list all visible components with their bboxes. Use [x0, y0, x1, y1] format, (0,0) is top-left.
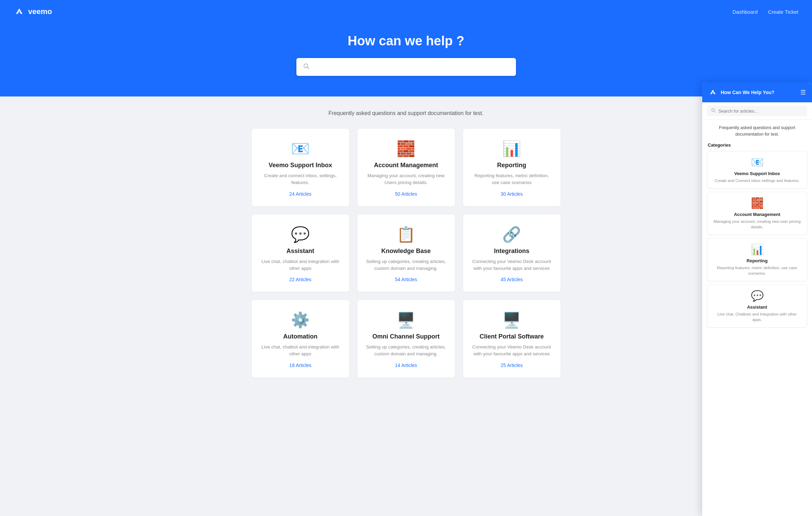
widget-category-desc: Create and Connect inbox settings and fe… [712, 178, 802, 183]
dashboard-link[interactable]: Dashboard [732, 9, 757, 15]
widget-search-inner [707, 106, 807, 116]
widget-category-icon: 🧱 [712, 197, 802, 209]
widget-category-icon: 📧 [712, 156, 802, 168]
category-icon: 🖥️ [366, 312, 447, 328]
category-desc: Live chat, chatbot and integration with … [260, 258, 341, 272]
category-name: Account Management [366, 162, 447, 169]
category-articles: 18 Articles [260, 363, 341, 368]
widget-search-bar [702, 102, 812, 120]
category-card-account-management[interactable]: 🧱 Account Management Managing your accou… [357, 129, 455, 206]
nav-links: Dashboard Create Ticket [732, 9, 798, 15]
category-icon: 📧 [260, 141, 341, 156]
category-articles: 22 Articles [260, 277, 341, 282]
category-icon: ⚙️ [260, 312, 341, 328]
category-icon: 🧱 [366, 141, 447, 156]
hero-title: How can we help ? [7, 34, 805, 48]
brand-name: veemo [28, 7, 52, 16]
category-articles: 50 Articles [366, 191, 447, 197]
widget-category-icon: 💬 [712, 290, 802, 302]
category-desc: Connecting your Veemo Desk account with … [471, 258, 552, 272]
category-name: Assistant [260, 248, 341, 255]
category-name: Integrations [471, 248, 552, 255]
widget-category-name: Account Management [712, 212, 802, 217]
svg-line-1 [307, 67, 309, 69]
category-icon: 💬 [260, 227, 341, 242]
hero-content: How can we help ? [0, 23, 812, 96]
widget-category-name: Assistant [712, 305, 802, 310]
logo-icon [14, 6, 25, 17]
category-card-assistant[interactable]: 💬 Assistant Live chat, chatbot and integ… [252, 215, 349, 292]
widget-category-card-0[interactable]: 📧 Veemo Support Inbox Create and Connect… [707, 151, 807, 188]
category-desc: Setting up categories, creating articles… [366, 258, 447, 272]
category-icon: 📊 [471, 141, 552, 156]
category-card-client-portal[interactable]: 🖥️ Client Portal Software Connecting you… [463, 300, 561, 378]
main-search-bar [296, 58, 516, 76]
category-name: Veemo Support Inbox [260, 162, 341, 169]
category-card-automation[interactable]: ⚙️ Automation Live chat, chatbot and int… [252, 300, 349, 378]
main-search-input[interactable] [314, 64, 509, 70]
category-card-knowledge-base[interactable]: 📋 Knowledge Base Setting up categories, … [357, 215, 455, 292]
category-articles: 54 Articles [366, 277, 447, 282]
category-card-reporting[interactable]: 📊 Reporting Reporting features, metric d… [463, 129, 561, 206]
widget-logo-icon [708, 88, 717, 97]
widget-category-card-1[interactable]: 🧱 Account Management Managing your accou… [707, 192, 807, 235]
widget-categories-label: Categories [707, 142, 807, 148]
category-desc: Managing your account, creating new User… [366, 172, 447, 186]
category-name: Reporting [471, 162, 552, 169]
category-name: Knowledge Base [366, 248, 447, 255]
category-icon: 🔗 [471, 227, 552, 242]
category-name: Omni Channel Support [366, 333, 447, 340]
widget-header: How Can We Help You? ☰ [702, 82, 812, 102]
category-articles: 25 Articles [471, 363, 552, 368]
widget-category-name: Reporting [712, 258, 802, 263]
widget-body: Frequently asked questions and support d… [702, 120, 812, 516]
logo: veemo [14, 6, 52, 17]
widget-title: How Can We Help You? [721, 90, 774, 95]
category-desc: Reporting features, metric definition, u… [471, 172, 552, 186]
category-desc: Live chat, chatbot and integration with … [260, 344, 341, 358]
widget-category-card-2[interactable]: 📊 Reporting Reporting features, metric d… [707, 238, 807, 281]
svg-line-3 [714, 111, 716, 113]
category-name: Automation [260, 333, 341, 340]
category-desc: Connecting your Veemo Desk account with … [471, 344, 552, 358]
category-icon: 📋 [366, 227, 447, 242]
categories-grid: 📧 Veemo Support Inbox Create and connect… [252, 129, 561, 378]
widget-panel: How Can We Help You? ☰ Frequently asked … [702, 82, 812, 516]
widget-category-desc: Reporting features, metric definition, u… [712, 265, 802, 276]
create-ticket-link[interactable]: Create Ticket [768, 9, 798, 15]
widget-category-desc: Managing your account, creating new user… [712, 219, 802, 230]
search-icon [303, 63, 309, 71]
category-name: Client Portal Software [471, 333, 552, 340]
category-card-integrations[interactable]: 🔗 Integrations Connecting your Veemo Des… [463, 215, 561, 292]
category-card-support-inbox[interactable]: 📧 Veemo Support Inbox Create and connect… [252, 129, 349, 206]
main-nav: veemo Dashboard Create Ticket [0, 0, 812, 23]
widget-search-icon [711, 108, 716, 114]
category-card-omni-channel[interactable]: 🖥️ Omni Channel Support Setting up categ… [357, 300, 455, 378]
widget-header-left: How Can We Help You? [708, 88, 774, 97]
hero-section: veemo Dashboard Create Ticket How can we… [0, 0, 812, 96]
category-articles: 45 Articles [471, 277, 552, 282]
widget-search-input[interactable] [718, 108, 803, 114]
widget-category-desc: Live chat, Chatbots and Integration with… [712, 311, 802, 322]
widget-category-name: Veemo Support Inbox [712, 171, 802, 176]
category-articles: 24 Articles [260, 191, 341, 197]
widget-categories-container: 📧 Veemo Support Inbox Create and Connect… [707, 151, 807, 328]
widget-category-card-3[interactable]: 💬 Assistant Live chat, Chatbots and Inte… [707, 285, 807, 328]
widget-menu-icon[interactable]: ☰ [800, 89, 806, 96]
category-desc: Create and connect inbox, settings, feat… [260, 172, 341, 186]
widget-category-icon: 📊 [712, 243, 802, 255]
category-desc: Setting up categories, creating articles… [366, 344, 447, 358]
category-articles: 14 Articles [366, 363, 447, 368]
category-icon: 🖥️ [471, 312, 552, 328]
widget-subtitle: Frequently asked questions and support d… [707, 125, 807, 138]
category-articles: 30 Articles [471, 191, 552, 197]
section-subtitle: Frequently asked questions and support d… [14, 110, 798, 116]
